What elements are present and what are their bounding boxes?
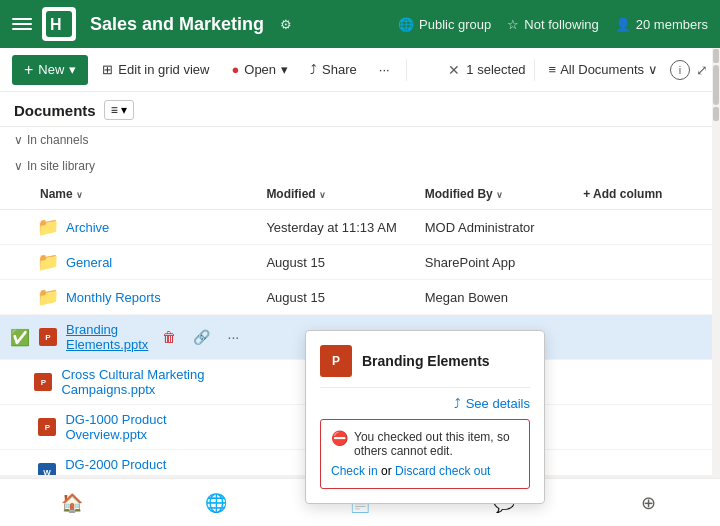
popup-filename: Branding Elements bbox=[362, 353, 490, 369]
top-header: H Sales and Marketing ⚙ 🌐 Public group ☆… bbox=[0, 0, 720, 48]
vertical-scrollbar-thumb[interactable] bbox=[713, 65, 719, 105]
folder-name[interactable]: Monthly Reports bbox=[66, 290, 161, 305]
file-name-cell: W DG-2000 Product Overview.docx bbox=[0, 450, 256, 476]
nav-home[interactable]: 🏠 bbox=[50, 481, 94, 525]
page-wrapper: H Sales and Marketing ⚙ 🌐 Public group ☆… bbox=[0, 0, 720, 526]
folder-modifiedby: Megan Bowen bbox=[415, 280, 573, 315]
open-label: Open bbox=[244, 62, 276, 77]
see-details-link[interactable]: ⤴ See details bbox=[454, 396, 530, 411]
new-button[interactable]: + New ▾ bbox=[12, 55, 88, 85]
delete-button[interactable]: 🗑 bbox=[156, 324, 182, 350]
col-header-modifiedby[interactable]: Modified By ∨ bbox=[415, 179, 573, 210]
folder-modifiedby: MOD Administrator bbox=[415, 210, 573, 245]
pptx-icon: P bbox=[38, 327, 58, 347]
file-name[interactable]: Cross Cultural Marketing Campaigns.pptx bbox=[61, 367, 246, 397]
in-site-library-section[interactable]: ∨ In site library bbox=[0, 153, 720, 179]
hamburger-menu[interactable] bbox=[12, 18, 32, 30]
members-item[interactable]: 👤 20 members bbox=[615, 17, 708, 32]
col-header-name[interactable]: Name ∨ bbox=[0, 179, 256, 210]
open-button[interactable]: ● Open ▾ bbox=[223, 56, 296, 83]
folder-addcol bbox=[573, 280, 720, 315]
scroll-down-button[interactable] bbox=[713, 107, 719, 121]
popup-pptx-icon: P bbox=[320, 345, 352, 377]
popup-warning: ⛔ You checked out this item, so others c… bbox=[320, 419, 530, 489]
file-name[interactable]: DG-2000 Product Overview.docx bbox=[65, 457, 246, 475]
copy-link-button[interactable]: 🔗 bbox=[188, 324, 214, 350]
file-name-row: P DG-1000 Product Overview.pptx bbox=[10, 412, 246, 442]
open-icon: ● bbox=[231, 62, 239, 77]
file-addcol bbox=[573, 315, 720, 360]
view-chevron-icon: ▾ bbox=[121, 103, 127, 117]
all-documents-dropdown[interactable]: ≡ All Documents ∨ bbox=[543, 58, 664, 81]
folder-addcol bbox=[573, 245, 720, 280]
edit-grid-label: Edit in grid view bbox=[118, 62, 209, 77]
file-name[interactable]: DG-1000 Product Overview.pptx bbox=[65, 412, 246, 442]
more-icon: ··· bbox=[379, 62, 390, 77]
view-toggle-button[interactable]: ≡ ▾ bbox=[104, 100, 134, 120]
popup-links: Check in or Discard check out bbox=[331, 464, 519, 478]
in-channels-collapse-icon: ∨ bbox=[14, 133, 23, 147]
not-following-label: Not following bbox=[524, 17, 598, 32]
file-addcol bbox=[573, 450, 720, 476]
folder-modified: Yesterday at 11:13 AM bbox=[256, 210, 414, 245]
folder-name-row: 📁 Archive bbox=[10, 217, 246, 237]
modifiedby-sort-icon: ∨ bbox=[496, 190, 503, 200]
file-name-cell: P Cross Cultural Marketing Campaigns.ppt… bbox=[0, 360, 256, 405]
open-chevron-icon: ▾ bbox=[281, 62, 288, 77]
selected-count: 1 selected bbox=[466, 62, 525, 77]
expand-icon[interactable]: ⤢ bbox=[696, 62, 708, 78]
folder-name[interactable]: Archive bbox=[66, 220, 109, 235]
pptx-icon: P bbox=[33, 372, 53, 392]
folder-modifiedby: SharePoint App bbox=[415, 245, 573, 280]
col-header-addcol[interactable]: + Add column bbox=[573, 179, 720, 210]
site-title: Sales and Marketing bbox=[90, 14, 264, 35]
folder-name-cell: 📁 Archive bbox=[0, 210, 256, 245]
file-name-cell: ✅ P Branding Elements.pptx 🗑 🔗 ··· bbox=[0, 315, 256, 360]
warning-message: You checked out this item, so others can… bbox=[354, 430, 519, 458]
file-name[interactable]: Branding Elements.pptx bbox=[66, 322, 148, 352]
folder-name-cell: 📁 General bbox=[0, 245, 256, 280]
settings-icon[interactable]: ⚙ bbox=[280, 17, 292, 32]
vertical-scrollbar[interactable] bbox=[712, 48, 720, 478]
grid-icon: ⊞ bbox=[102, 62, 113, 77]
sort-icon: ∨ bbox=[76, 190, 83, 200]
share-button[interactable]: ⤴ Share bbox=[302, 56, 365, 83]
toolbar: + New ▾ ⊞ Edit in grid view ● Open ▾ ⤴ S… bbox=[0, 48, 720, 92]
info-button[interactable]: i bbox=[670, 60, 690, 80]
folder-icon: 📁 bbox=[38, 287, 58, 307]
discard-checkout-link[interactable]: Discard check out bbox=[395, 464, 490, 478]
edit-grid-button[interactable]: ⊞ Edit in grid view bbox=[94, 56, 217, 83]
public-group-item[interactable]: 🌐 Public group bbox=[398, 17, 491, 32]
col-header-modified[interactable]: Modified ∨ bbox=[256, 179, 414, 210]
file-addcol bbox=[573, 360, 720, 405]
nav-plus[interactable]: ⊕ bbox=[626, 481, 670, 525]
more-button[interactable]: ··· bbox=[371, 56, 398, 83]
warning-icon: ⛔ bbox=[331, 430, 348, 458]
new-chevron-icon: ▾ bbox=[69, 62, 76, 77]
globe-icon: 🌐 bbox=[398, 17, 414, 32]
folder-name-cell: 📁 Monthly Reports bbox=[0, 280, 256, 315]
table-row[interactable]: 📁 General August 15 SharePoint App bbox=[0, 245, 720, 280]
table-row[interactable]: 📁 Archive Yesterday at 11:13 AM MOD Admi… bbox=[0, 210, 720, 245]
share-icon: ⤴ bbox=[310, 62, 317, 77]
row-actions: 🗑 🔗 ··· bbox=[156, 324, 246, 350]
more-actions-button[interactable]: ··· bbox=[220, 324, 246, 350]
header-meta: 🌐 Public group ☆ Not following 👤 20 memb… bbox=[398, 17, 708, 32]
not-following-item[interactable]: ☆ Not following bbox=[507, 17, 598, 32]
nav-globe[interactable]: 🌐 bbox=[194, 481, 238, 525]
scroll-up-button[interactable] bbox=[713, 49, 719, 63]
pptx-icon: P bbox=[37, 417, 57, 437]
folder-name[interactable]: General bbox=[66, 255, 112, 270]
or-text: or bbox=[381, 464, 395, 478]
in-channels-label: In channels bbox=[27, 133, 88, 147]
popup-card: P Branding Elements ⤴ See details ⛔ You … bbox=[305, 330, 545, 504]
selected-info: ✕ 1 selected bbox=[448, 62, 525, 78]
file-name-row: P Cross Cultural Marketing Campaigns.ppt… bbox=[10, 367, 246, 397]
check-in-link[interactable]: Check in bbox=[331, 464, 378, 478]
table-row[interactable]: 📁 Monthly Reports August 15 Megan Bowen bbox=[0, 280, 720, 315]
in-channels-section[interactable]: ∨ In channels bbox=[0, 127, 720, 153]
public-group-label: Public group bbox=[419, 17, 491, 32]
folder-addcol bbox=[573, 210, 720, 245]
deselect-button[interactable]: ✕ bbox=[448, 62, 460, 78]
file-name-row: ✅ P Branding Elements.pptx 🗑 🔗 ··· bbox=[10, 322, 246, 352]
